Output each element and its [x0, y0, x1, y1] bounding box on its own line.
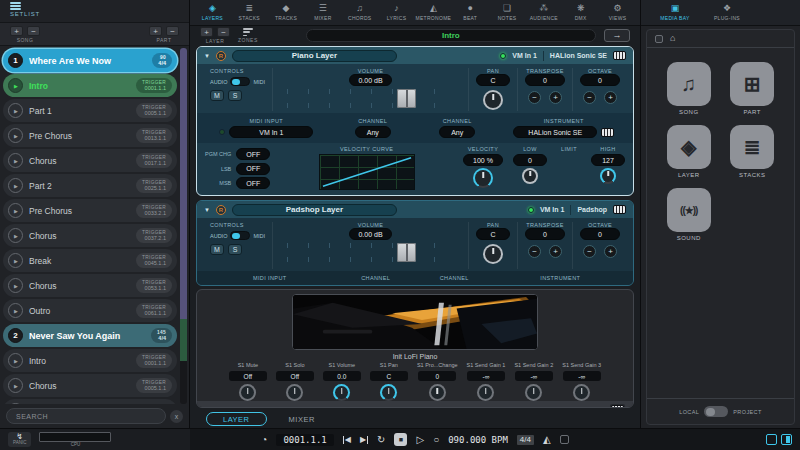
setlist-row[interactable]: ▶ Part 1 TRIGGER	[3, 399, 177, 404]
setlist-row[interactable]: ▶ Chorus TRIGGER 0005.1.1	[3, 374, 177, 397]
media-type-icon[interactable]: ⊞	[730, 62, 774, 106]
open-instrument-icon[interactable]	[601, 128, 614, 137]
param-knob[interactable]	[477, 384, 494, 401]
song-color-strip[interactable]	[180, 48, 187, 404]
low-knob[interactable]	[522, 168, 538, 184]
record-button[interactable]: ○	[433, 435, 439, 445]
msb-value[interactable]: OFF	[236, 177, 270, 189]
window-layout-1-button[interactable]	[766, 434, 777, 445]
metronome-checkbox[interactable]	[560, 435, 569, 444]
instrument-label[interactable]: Padshop	[577, 206, 607, 213]
setlist-row[interactable]: ▶ Part 2 TRIGGER 0025.1.1	[3, 174, 177, 197]
play-icon[interactable]: ▶	[8, 153, 23, 168]
volume-value[interactable]: 0.00 dB	[349, 228, 391, 240]
filter-checkbox[interactable]	[655, 35, 663, 43]
transpose-minus-button[interactable]: −	[528, 245, 541, 258]
remove-song-button[interactable]: −	[27, 26, 40, 36]
velocity-value[interactable]: 100 %	[463, 154, 503, 166]
view-tab[interactable]: ◭ METRONOME	[415, 0, 452, 25]
setlist-row[interactable]: ▶ Intro TRIGGER 0001.1.1	[3, 74, 177, 97]
setlist-row[interactable]: ▶ Outro TRIGGER 0061.1.1	[3, 299, 177, 322]
midi-input-select[interactable]: VM In 1	[229, 126, 313, 138]
transpose-plus-button[interactable]: +	[549, 91, 562, 104]
instrument-label[interactable]: HALion Sonic SE	[550, 52, 607, 59]
home-icon[interactable]: ⌂	[670, 34, 675, 43]
param-knob[interactable]	[333, 384, 350, 401]
param-knob[interactable]	[525, 384, 542, 401]
param-knob[interactable]	[573, 384, 590, 401]
media-type-tile[interactable]: ⊞ PART	[730, 62, 774, 115]
octave-value[interactable]: 0	[580, 228, 620, 240]
octave-minus-button[interactable]: −	[583, 91, 596, 104]
tab-mixer[interactable]: MIXER	[289, 415, 315, 424]
loop-button[interactable]: ↻	[377, 435, 385, 445]
view-tab[interactable]: ≣ STACKS	[231, 0, 268, 25]
midi-port-label[interactable]: VM In 1	[512, 52, 537, 59]
param-value[interactable]: C	[370, 371, 408, 381]
volume-slider[interactable]	[287, 243, 453, 262]
param-knob[interactable]	[380, 384, 397, 401]
view-tab[interactable]: ⁂ AUDIENCE	[525, 0, 562, 25]
out-channel-select[interactable]: Any	[439, 126, 475, 138]
setlist-row[interactable]: 2 Never Saw You Again 145 4/4	[3, 324, 177, 347]
param-value[interactable]: 0	[418, 371, 456, 381]
setlist-row[interactable]: ▶ Part 1 TRIGGER 0005.1.1	[3, 99, 177, 122]
view-tab[interactable]: ❋ DMX	[562, 0, 599, 25]
view-tab[interactable]: ◆ TRACKS	[268, 0, 305, 25]
volume-slider-handle[interactable]	[397, 89, 416, 108]
param-value[interactable]: Off	[276, 371, 314, 381]
channel-select[interactable]: Any	[355, 126, 391, 138]
velocity-curve-graph[interactable]	[319, 154, 415, 190]
transpose-plus-button[interactable]: +	[549, 245, 562, 258]
play-icon[interactable]: ▶	[8, 178, 23, 193]
setlist-row[interactable]: ▶ Chorus TRIGGER 0037.2.1	[3, 224, 177, 247]
play-icon[interactable]: ▶	[8, 128, 23, 143]
transpose-minus-button[interactable]: −	[528, 91, 541, 104]
media-tab[interactable]: ❖ PLUG-INS	[703, 4, 751, 21]
volume-slider[interactable]	[287, 89, 453, 108]
media-type-tile[interactable]: ◈ LAYER	[667, 125, 711, 178]
media-type-tile[interactable]: ≣ STACKS	[730, 125, 774, 178]
pan-knob[interactable]	[483, 90, 503, 110]
high-knob[interactable]	[600, 168, 616, 184]
audio-midi-toggle[interactable]	[230, 77, 250, 86]
stop-button[interactable]: ■	[394, 433, 407, 446]
view-tab[interactable]: ◈ LAYERS	[194, 0, 231, 25]
add-part-button[interactable]: +	[149, 26, 162, 36]
octave-plus-button[interactable]: +	[604, 91, 617, 104]
transport-position[interactable]: 0001.1.1	[276, 434, 333, 446]
play-icon[interactable]: ▶	[8, 278, 23, 293]
play-icon[interactable]: 1	[8, 53, 23, 68]
solo-button[interactable]: S	[228, 244, 242, 255]
layer-name-field[interactable]: Piano Layer	[232, 50, 397, 62]
play-icon[interactable]: ▶	[8, 78, 23, 93]
play-icon[interactable]: ▶	[8, 303, 23, 318]
param-value[interactable]: -∞	[467, 371, 505, 381]
tempo-display[interactable]: 090.000 BPM	[448, 435, 508, 445]
media-type-tile[interactable]: ♫ SONG	[667, 62, 711, 115]
high-value[interactable]: 127	[591, 154, 625, 166]
setlist-row[interactable]: ▶ Break TRIGGER 0045.1.1	[3, 249, 177, 272]
record-arm-button[interactable]: R	[216, 205, 226, 215]
pan-knob[interactable]	[483, 244, 503, 264]
volume-value[interactable]: 0.00 dB	[349, 74, 391, 86]
remove-layer-button[interactable]: −	[217, 27, 230, 37]
time-signature[interactable]: 4/4	[517, 435, 534, 445]
param-knob[interactable]	[286, 384, 303, 401]
transpose-value[interactable]: 0	[525, 74, 565, 86]
collapse-icon[interactable]: ▼	[204, 207, 210, 213]
view-tab[interactable]: ♪ LYRICS	[378, 0, 415, 25]
instrument-select[interactable]: HALion Sonic SE	[513, 126, 597, 138]
local-project-toggle[interactable]	[704, 406, 728, 417]
mute-button[interactable]: M	[210, 90, 224, 101]
media-type-icon[interactable]: ((★))	[667, 188, 711, 232]
media-type-icon[interactable]: ♫	[667, 62, 711, 106]
play-icon[interactable]: ▶	[8, 378, 23, 393]
media-type-icon[interactable]: ≣	[730, 125, 774, 169]
collapse-icon[interactable]: ▼	[204, 53, 210, 59]
mute-button[interactable]: M	[210, 244, 224, 255]
layer-name-field[interactable]: Padshop Layer	[232, 204, 397, 216]
setlist-row[interactable]: 1 Where Are We Now 90 4/4	[3, 49, 177, 72]
param-value[interactable]: Off	[229, 371, 267, 381]
param-value[interactable]: 0.0	[323, 371, 361, 381]
